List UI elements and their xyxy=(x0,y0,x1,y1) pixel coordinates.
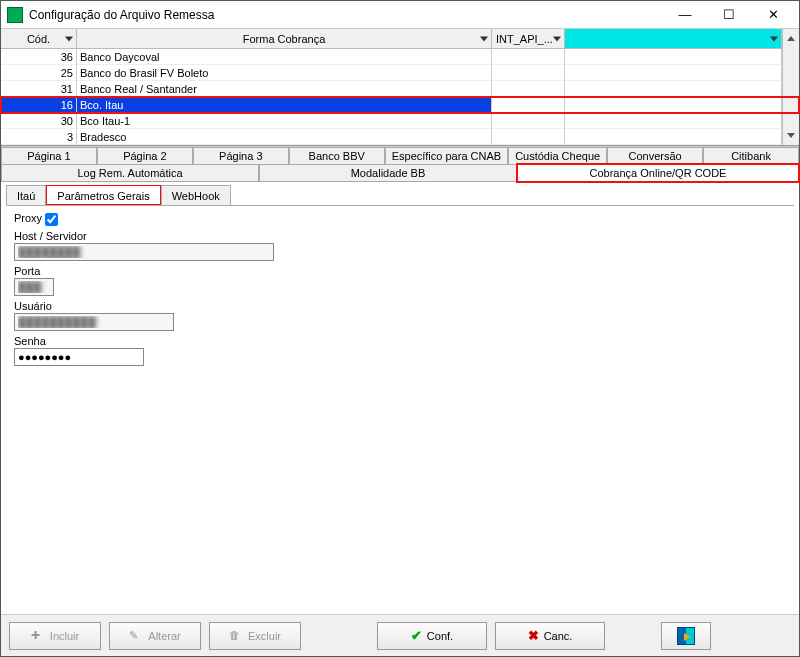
host-label: Host / Servidor xyxy=(14,230,786,242)
cell-cod: 25 xyxy=(1,65,77,81)
cell-int xyxy=(492,113,565,129)
scrollbar-track[interactable] xyxy=(782,113,799,129)
tab-p-gina-2[interactable]: Página 2 xyxy=(97,147,193,164)
scrollbar-track[interactable] xyxy=(782,49,799,65)
cell-int xyxy=(492,129,565,145)
scrollbar-track[interactable] xyxy=(782,81,799,97)
chevron-down-icon xyxy=(65,36,73,41)
cell-blank xyxy=(565,81,782,97)
scrollbar-track[interactable] xyxy=(782,65,799,81)
app-icon xyxy=(7,7,23,23)
proxy-checkbox[interactable] xyxy=(45,213,58,226)
plus-icon: ✚ xyxy=(31,629,45,643)
table-row[interactable]: 16Bco. Itau xyxy=(1,97,799,113)
cell-int xyxy=(492,81,565,97)
cell-forma: Banco Daycoval xyxy=(77,49,492,65)
cell-int xyxy=(492,49,565,65)
subtab-itau[interactable]: Itaú xyxy=(6,185,46,205)
form-panel: Proxy Host / Servidor Porta Usuário Senh… xyxy=(6,205,794,614)
col-header-blank[interactable] xyxy=(565,29,782,49)
tab-p-gina-1[interactable]: Página 1 xyxy=(1,147,97,164)
edit-icon: ✎ xyxy=(129,629,143,643)
cell-cod: 16 xyxy=(1,97,77,113)
check-icon: ✔ xyxy=(411,628,422,643)
conf-button[interactable]: ✔ Conf. xyxy=(377,622,487,650)
button-bar: ✚ Incluir ✎ Alterar 🗑 Excluir ✔ Conf. ✖ … xyxy=(1,614,799,656)
col-header-cod-label: Cód. xyxy=(27,33,50,45)
tab-p-gina-3[interactable]: Página 3 xyxy=(193,147,289,164)
usuario-label: Usuário xyxy=(14,300,786,312)
chevron-down-icon xyxy=(770,36,778,41)
cell-blank xyxy=(565,129,782,145)
col-header-forma[interactable]: Forma Cobrança xyxy=(77,29,492,49)
cell-cod: 3 xyxy=(1,129,77,145)
scrollbar-track[interactable] xyxy=(782,97,799,113)
porta-field[interactable] xyxy=(14,278,54,296)
tab-log-rem[interactable]: Log Rem. Automática xyxy=(1,164,259,182)
cell-blank xyxy=(565,65,782,81)
cell-forma: Bco. Itau xyxy=(77,97,492,113)
close-button[interactable]: ✕ xyxy=(751,2,795,28)
porta-label: Porta xyxy=(14,265,786,277)
senha-label: Senha xyxy=(14,335,786,347)
cell-blank xyxy=(565,97,782,113)
trash-icon: 🗑 xyxy=(229,629,243,643)
cell-forma: Banco Real / Santander xyxy=(77,81,492,97)
tab-modalidade[interactable]: Modalidade BB xyxy=(259,164,517,182)
window-controls: — ☐ ✕ xyxy=(663,2,795,28)
senha-field[interactable] xyxy=(14,348,144,366)
cell-cod: 36 xyxy=(1,49,77,65)
tabs-row-2: Log Rem. Automática Modalidade BB Cobran… xyxy=(1,164,799,182)
col-header-cod[interactable]: Cód. xyxy=(1,29,77,49)
table-row[interactable]: 36Banco Daycoval xyxy=(1,49,799,65)
window-title: Configuração do Arquivo Remessa xyxy=(29,8,663,22)
cell-forma: Banco do Brasil FV Boleto xyxy=(77,65,492,81)
titlebar: Configuração do Arquivo Remessa — ☐ ✕ xyxy=(1,1,799,29)
chevron-down-icon xyxy=(553,36,561,41)
tab-cust-dia-cheque[interactable]: Custódia Cheque xyxy=(508,147,607,164)
cell-blank xyxy=(565,49,782,65)
cell-cod: 30 xyxy=(1,113,77,129)
tab-citibank[interactable]: Citibank xyxy=(703,147,799,164)
subtab-parametros-gerais[interactable]: Parâmetros Gerais xyxy=(46,185,160,205)
excluir-button[interactable]: 🗑 Excluir xyxy=(209,622,301,650)
x-icon: ✖ xyxy=(528,628,539,643)
scrollbar-up[interactable] xyxy=(782,29,799,49)
tabs-row-1: Página 1Página 2Página 3Banco BBVEspecíf… xyxy=(1,146,799,164)
tab-convers-o[interactable]: Conversão xyxy=(607,147,703,164)
col-header-int[interactable]: INT_API_... xyxy=(492,29,565,49)
chevron-down-icon xyxy=(480,36,488,41)
grid-header: Cód. Forma Cobrança INT_API_... xyxy=(1,29,799,49)
app-window: Configuração do Arquivo Remessa — ☐ ✕ Có… xyxy=(0,0,800,657)
cell-forma: Bradesco xyxy=(77,129,492,145)
exit-button[interactable] xyxy=(661,622,711,650)
cell-int xyxy=(492,97,565,113)
incluir-button[interactable]: ✚ Incluir xyxy=(9,622,101,650)
tab-espec-fico-para-cnab[interactable]: Específico para CNAB xyxy=(385,147,508,164)
minimize-button[interactable]: — xyxy=(663,2,707,28)
usuario-field[interactable] xyxy=(14,313,174,331)
alterar-button[interactable]: ✎ Alterar xyxy=(109,622,201,650)
proxy-label: Proxy xyxy=(14,212,42,224)
cell-forma: Bco Itau-1 xyxy=(77,113,492,129)
table-row[interactable]: 3Bradesco xyxy=(1,129,799,145)
table-row[interactable]: 25Banco do Brasil FV Boleto xyxy=(1,65,799,81)
col-header-int-label: INT_API_... xyxy=(496,33,553,45)
maximize-button[interactable]: ☐ xyxy=(707,2,751,28)
subtabs: Itaú Parâmetros Gerais WebHook xyxy=(6,185,799,205)
table-row[interactable]: 30Bco Itau-1 xyxy=(1,113,799,129)
grid-body: 36Banco Daycoval25Banco do Brasil FV Bol… xyxy=(1,49,799,145)
canc-button[interactable]: ✖ Canc. xyxy=(495,622,605,650)
cell-blank xyxy=(565,113,782,129)
data-grid: Cód. Forma Cobrança INT_API_... 36Banco … xyxy=(1,29,799,146)
exit-icon xyxy=(677,627,695,645)
cell-cod: 31 xyxy=(1,81,77,97)
tab-cobranca-online[interactable]: Cobrança Online/QR CODE xyxy=(517,164,799,182)
col-header-forma-label: Forma Cobrança xyxy=(243,33,326,45)
cell-int xyxy=(492,65,565,81)
subtab-webhook[interactable]: WebHook xyxy=(161,185,231,205)
table-row[interactable]: 31Banco Real / Santander xyxy=(1,81,799,97)
scrollbar-track[interactable] xyxy=(782,129,799,145)
host-field[interactable] xyxy=(14,243,274,261)
tab-banco-bbv[interactable]: Banco BBV xyxy=(289,147,385,164)
